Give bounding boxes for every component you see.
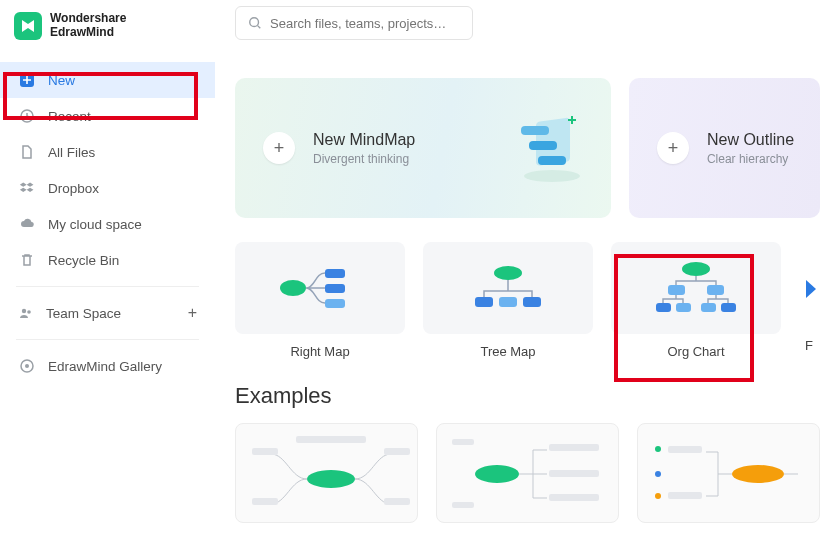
file-icon: [18, 143, 36, 161]
plus-icon: +: [263, 132, 295, 164]
search-input[interactable]: [235, 6, 473, 40]
svg-point-20: [682, 262, 710, 276]
svg-rect-24: [676, 303, 691, 312]
cloud-icon: [18, 215, 36, 233]
svg-rect-37: [452, 439, 474, 445]
next-arrow-icon[interactable]: [804, 278, 818, 300]
svg-point-2: [22, 309, 26, 313]
template-label: F: [805, 338, 813, 353]
svg-rect-22: [707, 285, 724, 295]
examples-heading: Examples: [235, 383, 820, 409]
svg-rect-34: [549, 444, 599, 451]
svg-point-7: [524, 170, 580, 182]
svg-point-33: [475, 465, 519, 483]
sidebar-item-label: Recycle Bin: [48, 253, 119, 268]
svg-rect-21: [668, 285, 685, 295]
template-label: Org Chart: [667, 344, 724, 359]
svg-point-3: [27, 310, 31, 314]
gallery-icon: [18, 357, 36, 375]
svg-rect-29: [252, 498, 278, 505]
svg-rect-25: [701, 303, 716, 312]
sidebar-item-label: Team Space: [46, 306, 121, 321]
search-field[interactable]: [270, 16, 460, 31]
sidebar-item-allfiles[interactable]: All Files: [0, 134, 215, 170]
svg-point-12: [280, 280, 306, 296]
new-mindmap-card[interactable]: + New MindMap Divergent thinking: [235, 78, 611, 218]
sidebar: Wondershare EdrawMind New Recent All Fil…: [0, 0, 215, 546]
org-chart-icon: [611, 242, 781, 334]
new-outline-card[interactable]: + New Outline Clear hierarchy: [629, 78, 820, 218]
app-logo: Wondershare EdrawMind: [0, 8, 215, 62]
svg-rect-17: [475, 297, 493, 307]
main-content: + New MindMap Divergent thinking: [215, 0, 820, 546]
clock-icon: [18, 107, 36, 125]
sidebar-item-label: EdrawMind Gallery: [48, 359, 162, 374]
svg-rect-14: [325, 284, 345, 293]
svg-rect-30: [384, 448, 410, 455]
trash-icon: [18, 251, 36, 269]
svg-rect-13: [325, 269, 345, 278]
example-thumb-icon: [638, 424, 820, 523]
svg-point-39: [732, 465, 784, 483]
svg-rect-32: [296, 436, 366, 443]
sidebar-item-recyclebin[interactable]: Recycle Bin: [0, 242, 215, 278]
right-map-icon: [235, 242, 405, 334]
card-subtitle: Clear hierarchy: [707, 152, 794, 166]
logo-mark-icon: [14, 12, 42, 40]
card-title: New MindMap: [313, 131, 415, 149]
svg-rect-36: [549, 494, 599, 501]
sidebar-item-label: All Files: [48, 145, 95, 160]
svg-point-27: [307, 470, 355, 488]
svg-rect-9: [529, 141, 557, 150]
card-subtitle: Divergent thinking: [313, 152, 415, 166]
example-thumb-icon: [437, 424, 619, 523]
svg-rect-35: [549, 470, 599, 477]
tree-map-icon: [423, 242, 593, 334]
svg-rect-28: [252, 448, 278, 455]
svg-rect-10: [521, 126, 549, 135]
template-org-chart[interactable]: Org Chart: [611, 242, 781, 359]
svg-rect-23: [656, 303, 671, 312]
svg-rect-15: [325, 299, 345, 308]
svg-point-16: [494, 266, 522, 280]
sidebar-item-gallery[interactable]: EdrawMind Gallery: [0, 348, 215, 384]
svg-rect-41: [668, 492, 702, 499]
svg-point-44: [655, 493, 661, 499]
example-card[interactable]: [436, 423, 619, 523]
mindmap-illustration-icon: [494, 106, 589, 191]
divider: [16, 286, 199, 287]
svg-point-5: [25, 364, 29, 368]
svg-point-42: [655, 446, 661, 452]
sidebar-item-teamspace[interactable]: Team Space +: [0, 295, 215, 331]
svg-rect-19: [523, 297, 541, 307]
template-label: Right Map: [290, 344, 349, 359]
plus-square-icon: [18, 71, 36, 89]
svg-rect-11: [538, 156, 566, 165]
sidebar-item-label: Dropbox: [48, 181, 99, 196]
svg-rect-18: [499, 297, 517, 307]
sidebar-item-recent[interactable]: Recent: [0, 98, 215, 134]
plus-icon: +: [657, 132, 689, 164]
svg-rect-26: [721, 303, 736, 312]
template-right-map[interactable]: Right Map: [235, 242, 405, 359]
template-tree-map[interactable]: Tree Map: [423, 242, 593, 359]
svg-rect-38: [452, 502, 474, 508]
svg-rect-40: [668, 446, 702, 453]
brand-line2: EdrawMind: [50, 26, 126, 40]
sidebar-item-new[interactable]: New: [0, 62, 215, 98]
dropbox-icon: [18, 179, 36, 197]
divider: [16, 339, 199, 340]
svg-rect-31: [384, 498, 410, 505]
example-thumb-icon: [236, 424, 418, 523]
sidebar-item-label: Recent: [48, 109, 91, 124]
example-card[interactable]: [235, 423, 418, 523]
card-title: New Outline: [707, 131, 794, 149]
sidebar-item-dropbox[interactable]: Dropbox: [0, 170, 215, 206]
svg-point-6: [250, 18, 259, 27]
sidebar-item-label: My cloud space: [48, 217, 142, 232]
add-team-icon[interactable]: +: [188, 304, 197, 322]
example-card[interactable]: [637, 423, 820, 523]
brand-line1: Wondershare: [50, 12, 126, 26]
svg-point-43: [655, 471, 661, 477]
sidebar-item-cloud[interactable]: My cloud space: [0, 206, 215, 242]
